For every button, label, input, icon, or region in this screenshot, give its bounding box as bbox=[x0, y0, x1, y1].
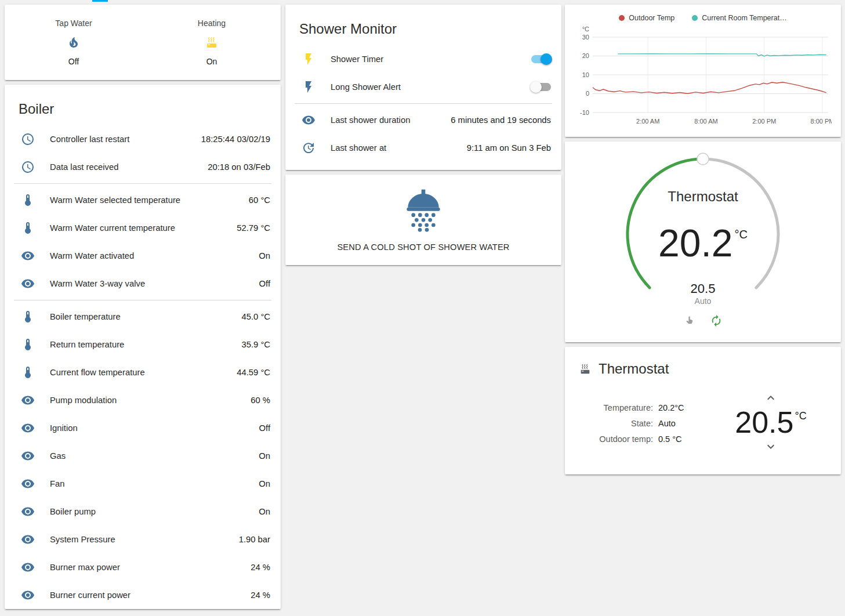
eye-icon bbox=[21, 393, 35, 407]
shower-monitor-card: Shower Monitor Shower TimerLong Shower A… bbox=[285, 5, 561, 170]
entity-row[interactable]: IgnitionOff bbox=[5, 414, 281, 442]
clock-icon bbox=[21, 160, 35, 174]
thermostat-attributes: Temperature:20.2°CState:AutoOutdoor temp… bbox=[579, 400, 684, 447]
glance-item-heating[interactable]: HeatingOn bbox=[143, 19, 281, 66]
thermometer-icon bbox=[21, 221, 35, 235]
entity-label: Boiler pump bbox=[50, 507, 252, 516]
attribute-label: Outdoor temp: bbox=[579, 432, 653, 447]
toggle-switch[interactable] bbox=[531, 55, 551, 63]
entity-label: Warm Water 3-way valve bbox=[50, 279, 252, 288]
glance-item-tap-water[interactable]: Tap WaterOff bbox=[5, 19, 143, 66]
history-graph-card: Outdoor TempCurrent Room Temperat… 30201… bbox=[565, 5, 841, 137]
active-tab-indicator[interactable] bbox=[92, 0, 108, 2]
entity-label: Controller last restart bbox=[50, 135, 194, 144]
thermostat-info-card: Thermostat Temperature:20.2°CState:AutoO… bbox=[565, 347, 841, 474]
legend-item[interactable]: Outdoor Temp bbox=[619, 14, 674, 22]
glance-card: Tap WaterOffHeatingOn bbox=[5, 5, 281, 80]
entity-row[interactable]: Return temperature35.9 °C bbox=[5, 331, 281, 358]
eye-icon bbox=[21, 249, 35, 263]
boiler-card-title: Boiler bbox=[5, 85, 281, 125]
svg-text:2:00 AM: 2:00 AM bbox=[636, 118, 659, 125]
entity-row[interactable]: Pump modulation60 % bbox=[5, 386, 281, 414]
divider bbox=[14, 300, 271, 300]
eye-icon bbox=[21, 449, 35, 463]
hand-icon[interactable] bbox=[683, 314, 696, 327]
svg-text:0: 0 bbox=[586, 90, 589, 97]
svg-text:2:00 PM: 2:00 PM bbox=[752, 118, 776, 125]
entity-row[interactable]: Last shower duration6 minutes and 19 sec… bbox=[285, 106, 561, 134]
cold-shot-button-card[interactable]: SEND A COLD SHOT OF SHOWER WATER bbox=[285, 175, 561, 265]
dial-title: Thermostat bbox=[565, 189, 841, 205]
dial-knob[interactable] bbox=[697, 153, 709, 165]
boiler-entity-list: Controller last restart18:25:44 03/02/19… bbox=[5, 125, 281, 609]
eye-icon bbox=[21, 532, 35, 546]
legend-label: Outdoor Temp bbox=[629, 14, 674, 22]
entity-label: Last shower duration bbox=[331, 115, 444, 125]
attribute-line: State:Auto bbox=[579, 416, 684, 432]
entity-row[interactable]: Last shower at9:11 am on Sun 3 Feb bbox=[285, 134, 561, 162]
entity-value: 24 % bbox=[251, 563, 270, 572]
thermostat-info-title: Thermostat bbox=[599, 361, 669, 377]
legend-item[interactable]: Current Room Temperat… bbox=[692, 14, 786, 22]
thermometer-icon bbox=[21, 338, 35, 352]
entity-row[interactable]: Warm Water selected temperature60 °C bbox=[5, 186, 281, 214]
target-value: 20.5 bbox=[735, 406, 793, 439]
entity-label: Fan bbox=[50, 479, 252, 488]
cold-shot-label: SEND A COLD SHOT OF SHOWER WATER bbox=[337, 242, 509, 252]
entity-row[interactable]: Controller last restart18:25:44 03/02/19 bbox=[5, 125, 281, 153]
shower-head-icon bbox=[400, 188, 447, 234]
toggle-knob bbox=[530, 81, 542, 93]
clock-icon bbox=[21, 132, 35, 146]
entity-label: Warm Water selected temperature bbox=[50, 195, 242, 205]
eye-icon bbox=[21, 588, 35, 602]
entity-value: 24 % bbox=[251, 590, 270, 600]
entity-row[interactable]: Boiler pumpOn bbox=[5, 498, 281, 526]
glance-state: On bbox=[206, 57, 217, 66]
thermostat-dial-card: Thermostat 20.2 °C 20.5 Auto bbox=[565, 142, 841, 342]
entity-row[interactable]: Data last received20:18 on 03/Feb bbox=[5, 153, 281, 181]
thermometer-icon bbox=[21, 365, 35, 379]
middle-column: Shower Monitor Shower TimerLong Shower A… bbox=[285, 5, 561, 265]
thermostat-target-value: 20.5 °C bbox=[727, 406, 814, 439]
entity-value: 60 °C bbox=[249, 195, 270, 205]
legend-color-dot bbox=[619, 15, 625, 21]
svg-text:30: 30 bbox=[582, 34, 589, 41]
glance-label: Heating bbox=[198, 19, 226, 28]
entity-value: Off bbox=[259, 279, 270, 288]
entity-row[interactable]: FanOn bbox=[5, 470, 281, 498]
chevron-down-icon[interactable] bbox=[727, 440, 814, 454]
eye-icon bbox=[21, 421, 35, 435]
dial-mode-label: Auto bbox=[565, 296, 841, 306]
entity-row[interactable]: GasOn bbox=[5, 442, 281, 470]
autorenew-icon[interactable] bbox=[710, 314, 723, 327]
entity-value: 35.9 °C bbox=[241, 340, 270, 349]
entity-label: System Pressure bbox=[50, 535, 232, 544]
attribute-line: Temperature:20.2°C bbox=[579, 400, 684, 416]
svg-text:20: 20 bbox=[582, 52, 589, 59]
entity-label: Current flow temperature bbox=[50, 368, 230, 377]
toggle-switch[interactable] bbox=[531, 83, 551, 91]
entity-value: 6 minutes and 19 seconds bbox=[451, 115, 551, 125]
chevron-up-icon[interactable] bbox=[727, 391, 814, 405]
entity-row[interactable]: Warm Water 3-way valveOff bbox=[5, 270, 281, 298]
divider bbox=[295, 103, 552, 104]
attribute-line: Outdoor temp:0.5 °C bbox=[579, 432, 684, 447]
entity-row[interactable]: System Pressure1.90 bar bbox=[5, 526, 281, 553]
history-chart: 3020100-10°C2:00 AM8:00 AM2:00 PM8:00 PM bbox=[574, 26, 832, 130]
entity-label: Burner current power bbox=[50, 590, 244, 600]
toggle-row: Shower Timer bbox=[285, 45, 561, 73]
entity-value: 60 % bbox=[251, 396, 270, 405]
entity-row[interactable]: Burner current power24 % bbox=[5, 581, 281, 609]
entity-row[interactable]: Burner max power24 % bbox=[5, 553, 281, 581]
entity-value: 45.0 °C bbox=[241, 312, 270, 321]
entity-row[interactable]: Warm Water activatedOn bbox=[5, 242, 281, 270]
entity-label: Return temperature bbox=[50, 340, 234, 349]
entity-row[interactable]: Current flow temperature44.59 °C bbox=[5, 358, 281, 386]
entity-value: Off bbox=[259, 423, 270, 433]
entity-label: Burner max power bbox=[50, 563, 244, 572]
right-column: Outdoor TempCurrent Room Temperat… 30201… bbox=[565, 5, 841, 474]
entity-row[interactable]: Warm Water current temperature52.79 °C bbox=[5, 214, 281, 242]
eye-icon bbox=[21, 505, 35, 519]
entity-value: On bbox=[259, 479, 270, 488]
entity-row[interactable]: Boiler temperature45.0 °C bbox=[5, 303, 281, 331]
